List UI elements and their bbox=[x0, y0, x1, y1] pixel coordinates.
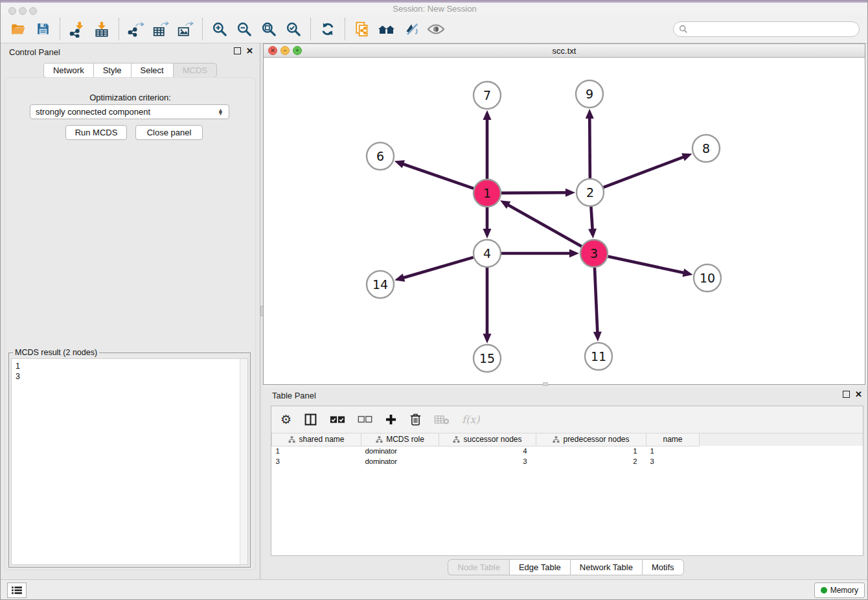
arrowhead-icon bbox=[588, 229, 597, 238]
result-scrollbar[interactable] bbox=[240, 359, 247, 564]
close-panel-icon[interactable]: ✕ bbox=[246, 47, 253, 54]
apply-layout-button[interactable] bbox=[315, 17, 340, 41]
home-pages-button[interactable] bbox=[374, 17, 399, 41]
tab-motifs[interactable]: Motifs bbox=[642, 559, 684, 575]
column-header-successor-nodes[interactable]: successor nodes bbox=[439, 433, 536, 446]
tab-style[interactable]: Style bbox=[93, 63, 131, 78]
table-cell[interactable]: 1 bbox=[272, 446, 361, 456]
table-cell[interactable]: 1 bbox=[536, 446, 646, 456]
graph-node-3[interactable]: 3 bbox=[580, 240, 608, 267]
column-settings-button[interactable]: ⚙ bbox=[280, 411, 291, 428]
show-graphics-button[interactable] bbox=[424, 17, 448, 41]
tab-edge-table[interactable]: Edge Table bbox=[509, 559, 570, 575]
column-browser-button[interactable] bbox=[304, 411, 317, 428]
graph-node-14[interactable]: 14 bbox=[367, 271, 394, 298]
table-row[interactable]: 3dominator323 bbox=[272, 456, 863, 467]
tab-select[interactable]: Select bbox=[131, 63, 173, 78]
column-header-predecessor-nodes[interactable]: predecessor nodes bbox=[536, 433, 646, 446]
table-cell[interactable]: 3 bbox=[272, 456, 361, 467]
mcds-result-list[interactable]: 13 bbox=[11, 358, 248, 565]
graph-node-11[interactable]: 11 bbox=[585, 343, 612, 370]
arrowhead-icon bbox=[483, 110, 492, 120]
import-network-button[interactable] bbox=[65, 17, 89, 41]
hide-style-button[interactable] bbox=[399, 17, 424, 41]
graph-node-7[interactable]: 7 bbox=[474, 82, 501, 109]
control-panel-tabs: NetworkStyleSelectMCDS bbox=[1, 63, 260, 78]
graph-node-4[interactable]: 4 bbox=[474, 240, 501, 267]
table-cell[interactable]: dominator bbox=[361, 446, 439, 456]
tab-network-table[interactable]: Network Table bbox=[570, 559, 642, 575]
search-box[interactable] bbox=[673, 21, 860, 37]
table-cell[interactable]: 4 bbox=[439, 446, 536, 456]
graph-node-9[interactable]: 9 bbox=[576, 80, 603, 108]
function-builder-button[interactable]: f(x) bbox=[462, 411, 479, 428]
table-cell[interactable]: dominator bbox=[361, 456, 439, 467]
search-input[interactable] bbox=[688, 23, 859, 36]
graph-node-10[interactable]: 10 bbox=[694, 264, 721, 292]
clone-network-button[interactable] bbox=[350, 17, 374, 41]
zoom-fit-button[interactable] bbox=[257, 17, 281, 41]
export-image-button[interactable] bbox=[173, 17, 198, 41]
close-panel-icon[interactable]: ✕ bbox=[855, 391, 862, 398]
open-session-button[interactable] bbox=[6, 17, 30, 41]
tab-node-table[interactable]: Node Table bbox=[448, 559, 509, 575]
graph-edge-4-14[interactable] bbox=[403, 257, 474, 278]
add-row-button[interactable] bbox=[385, 411, 397, 428]
task-history-button[interactable] bbox=[7, 583, 27, 598]
run-mcds-button[interactable]: Run MCDS bbox=[65, 125, 127, 140]
mcds-result-group: MCDS result (2 nodes) 13 bbox=[8, 352, 251, 568]
graph-node-6[interactable]: 6 bbox=[367, 143, 394, 170]
memory-button[interactable]: Memory bbox=[814, 583, 865, 598]
import-table-button[interactable] bbox=[89, 17, 114, 41]
delete-row-button[interactable] bbox=[409, 411, 422, 428]
graph-node-2[interactable]: 2 bbox=[577, 179, 604, 206]
network-canvas[interactable]: 7968124314101511 bbox=[264, 58, 865, 384]
tab-network[interactable]: Network bbox=[43, 63, 93, 78]
float-panel-icon[interactable] bbox=[234, 47, 241, 54]
graph-edge-2-8[interactable] bbox=[604, 157, 685, 187]
table-row[interactable]: 1dominator411 bbox=[272, 446, 863, 456]
graph-node-8[interactable]: 8 bbox=[692, 135, 720, 162]
column-tree-icon bbox=[288, 436, 295, 443]
optimization-criterion-select[interactable]: strongly connected component ▲▼ bbox=[30, 104, 229, 119]
open-folder-icon bbox=[10, 21, 27, 38]
graph-edge-1-2[interactable] bbox=[501, 192, 567, 193]
export-table-button[interactable] bbox=[148, 17, 173, 41]
zoom-in-button[interactable] bbox=[207, 17, 232, 41]
control-panel-header: Control Panel ✕ bbox=[1, 43, 260, 62]
table-cell[interactable]: 2 bbox=[536, 456, 646, 467]
table-cell[interactable]: 3 bbox=[439, 456, 536, 467]
column-tree-icon bbox=[453, 436, 460, 443]
network-window-title: scc.txt bbox=[264, 46, 865, 56]
result-item[interactable]: 3 bbox=[16, 371, 247, 382]
graph-node-1[interactable]: 1 bbox=[474, 179, 501, 207]
save-session-button[interactable] bbox=[30, 17, 55, 41]
close-panel-button[interactable]: Close panel bbox=[135, 125, 203, 140]
delete-table-button[interactable] bbox=[434, 411, 450, 428]
float-panel-icon[interactable] bbox=[843, 391, 850, 398]
result-item[interactable]: 1 bbox=[16, 361, 247, 371]
unselect-all-button[interactable] bbox=[358, 411, 372, 428]
zoom-selected-button[interactable] bbox=[281, 17, 306, 41]
graph-edge-3-11[interactable] bbox=[595, 268, 597, 333]
table-cell[interactable]: 3 bbox=[646, 456, 700, 467]
splitter-handle[interactable] bbox=[543, 382, 548, 386]
tab-mcds[interactable]: MCDS bbox=[173, 63, 217, 78]
graph-node-15[interactable]: 15 bbox=[474, 345, 501, 372]
zoom-out-button[interactable] bbox=[232, 17, 257, 41]
graph-edge-3-1[interactable] bbox=[507, 205, 581, 247]
svg-text:2: 2 bbox=[586, 185, 594, 200]
export-network-button[interactable] bbox=[124, 17, 148, 41]
export-image-icon bbox=[177, 21, 194, 38]
column-header-shared-name[interactable]: shared name bbox=[272, 433, 361, 446]
network-window-titlebar[interactable]: ✕ − + scc.txt bbox=[264, 44, 865, 58]
plus-icon bbox=[385, 413, 397, 426]
table-cell[interactable]: 1 bbox=[646, 446, 700, 456]
graph-edge-1-6[interactable] bbox=[402, 164, 474, 189]
select-all-button[interactable] bbox=[330, 411, 345, 428]
graph-edge-3-10[interactable] bbox=[608, 257, 684, 273]
column-header-mcds-role[interactable]: MCDS role bbox=[361, 433, 439, 446]
column-header-name[interactable]: name bbox=[646, 433, 700, 446]
graph-edge-2-3[interactable] bbox=[591, 207, 592, 230]
graph-edge-2-9[interactable] bbox=[589, 117, 590, 178]
